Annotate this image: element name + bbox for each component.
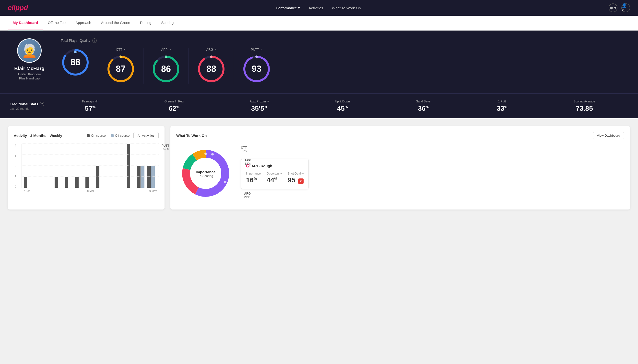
player-name: Blair McHarg — [14, 66, 44, 72]
svg-point-2 — [74, 51, 77, 53]
score-circles: 88 OTT ↗ 87 — [61, 48, 628, 84]
bar-dark — [137, 166, 140, 188]
avatar: 🧑‍🦳 — [17, 38, 42, 63]
putt-arrow-icon: ↗ — [260, 48, 262, 51]
traditional-stats: Traditional Stats ? Last 20 rounds Fairw… — [0, 94, 638, 118]
tab-approach[interactable]: Approach — [71, 16, 96, 30]
player-info: 🧑‍🦳 Blair McHarg United Kingdom Plus Han… — [10, 38, 49, 80]
putt-value: 93 — [252, 64, 262, 74]
nav-what-to-work-on[interactable]: What To Work On — [332, 6, 361, 10]
bar-group-4 — [65, 177, 74, 188]
bar-group-7 — [96, 166, 105, 188]
player-handicap: Plus Handicap — [19, 76, 40, 80]
cards-row: Activity - 3 Months - Weekly On course O… — [0, 118, 638, 217]
stats-title: Total Player Quality ? — [61, 38, 628, 43]
score-arg: ARG ↗ 88 — [189, 48, 234, 84]
svg-point-14 — [255, 56, 258, 58]
stat-fairways-hit: Fairways Hit 57% — [82, 100, 98, 112]
logo: clippd — [8, 4, 28, 12]
svg-point-19 — [204, 152, 207, 155]
detail-importance: Importance 16% — [246, 172, 261, 184]
bar-dark — [147, 166, 151, 188]
ott-circle: 87 — [106, 54, 135, 84]
app-value: 86 — [161, 64, 171, 74]
nav-right: ⊕ ▾ 👤 ▾ — [609, 4, 630, 12]
view-dashboard-button[interactable]: View Dashboard — [593, 132, 624, 139]
arg-label: ARG ↗ — [206, 48, 216, 51]
tab-my-dashboard[interactable]: My Dashboard — [8, 16, 43, 30]
y-axis-labels: 4 3 2 1 0 — [15, 144, 16, 188]
chart-legend: On course Off course — [87, 134, 130, 138]
score-app: APP ↗ 86 — [143, 48, 189, 84]
app-circle: 86 — [151, 54, 181, 84]
bar-light — [151, 166, 155, 188]
bar-dark — [75, 177, 79, 188]
putt-label: PUTT ↗ — [251, 48, 263, 51]
arg-arrow-icon: ↗ — [214, 48, 217, 51]
bar-group-12 — [147, 166, 157, 188]
nav-activities[interactable]: Activities — [309, 6, 323, 10]
all-activities-button[interactable]: All Activities — [133, 132, 159, 139]
stat-up-and-down: Up & Down 45% — [335, 100, 350, 112]
trad-stats-subtitle: Last 20 rounds — [10, 107, 49, 110]
bar-dark — [85, 177, 89, 188]
user-button[interactable]: 👤 ▾ — [621, 4, 630, 12]
nav-links: Performance ▾ Activities What To Work On — [276, 6, 361, 10]
ott-value: 87 — [116, 64, 126, 74]
stat-scoring-average: Scoring Average 73.85 — [574, 100, 595, 112]
activity-header: Activity - 3 Months - Weekly On course O… — [14, 132, 159, 139]
bar-group-3 — [55, 177, 64, 188]
stat-sand-save: Sand Save 36% — [416, 100, 431, 112]
work-title: What To Work On — [176, 134, 207, 138]
tab-bar: My Dashboard Off the Tee Approach Around… — [0, 16, 638, 30]
nav-performance[interactable]: Performance ▾ — [276, 6, 300, 10]
work-header: What To Work On View Dashboard — [176, 132, 624, 139]
top-nav: clippd Performance ▾ Activities What To … — [0, 0, 638, 16]
legend-on-course: On course — [87, 134, 106, 138]
bar-light — [141, 166, 144, 188]
add-button[interactable]: ⊕ ▾ — [609, 4, 617, 12]
bar-dark — [127, 144, 130, 188]
score-putt: PUTT ↗ 93 — [234, 48, 279, 84]
score-tpq: 88 — [61, 48, 98, 84]
tab-putting[interactable]: Putting — [135, 16, 156, 30]
svg-point-11 — [210, 56, 212, 58]
bar-group-0 — [24, 177, 33, 188]
trad-help-icon[interactable]: ? — [40, 102, 44, 106]
tab-scoring[interactable]: Scoring — [156, 16, 178, 30]
tpq-circle: 88 — [61, 48, 90, 77]
bar-group-10 — [127, 144, 136, 188]
bar-dark — [96, 166, 99, 188]
what-to-work-on-card: What To Work On View Dashboard — [170, 126, 630, 210]
app-label: APP ↗ — [161, 48, 171, 51]
off-course-dot — [111, 134, 114, 137]
tab-around-the-green[interactable]: Around the Green — [96, 16, 135, 30]
trad-stats-label: Traditional Stats ? Last 20 rounds — [10, 102, 49, 110]
tab-off-the-tee[interactable]: Off the Tee — [43, 16, 71, 30]
ott-label: OTT 10% — [241, 146, 247, 153]
activity-title: Activity - 3 Months - Weekly — [14, 134, 62, 138]
chart-bars — [22, 144, 159, 188]
arg-label: ARG 21% — [244, 192, 251, 199]
detail-opportunity: Opportunity 44% — [267, 172, 282, 184]
donut-center-text: Importance To Scoring — [196, 170, 216, 178]
bar-group-11 — [137, 166, 146, 188]
putt-label: PUTT 57% — [162, 144, 169, 151]
bar-group-6 — [85, 177, 95, 188]
stats-section: Total Player Quality ? 88 — [61, 38, 628, 84]
bar-dark — [55, 177, 58, 188]
activity-card: Activity - 3 Months - Weekly On course O… — [8, 126, 164, 210]
chevron-down-icon: ▾ — [298, 6, 300, 10]
work-body: Importance To Scoring PUTT 57% OTT 10% A… — [176, 144, 624, 204]
detail-metrics: Importance 16% Opportunity 44% Shot Qual… — [246, 172, 304, 184]
detail-shot-quality: Shot Quality 95 ▼ — [288, 172, 304, 184]
ott-arrow-icon: ↗ — [123, 48, 126, 51]
avatar-image: 🧑‍🦳 — [22, 43, 38, 58]
trad-stats-title: Traditional Stats ? — [10, 102, 49, 106]
app-arrow-icon: ↗ — [169, 48, 171, 51]
detail-card: ARG Rough Importance 16% Opportunity 44% — [241, 159, 309, 189]
stat-1-putt: 1 Putt 33% — [497, 100, 508, 112]
player-country: United Kingdom — [18, 72, 41, 76]
bar-group-5 — [75, 177, 84, 188]
help-icon[interactable]: ? — [92, 38, 97, 43]
